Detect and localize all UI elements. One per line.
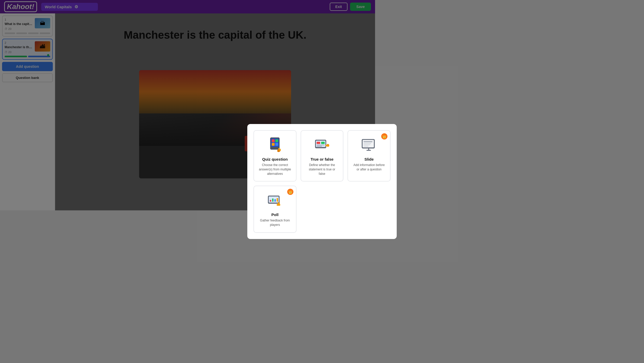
poll-icon	[266, 191, 284, 209]
svg-rect-29	[270, 200, 271, 202]
truefalse-card-desc: Define whether the statement is true or …	[305, 163, 339, 176]
slide-card-desc: Add information before or after a questi…	[352, 163, 375, 172]
svg-rect-22	[363, 143, 371, 144]
quiz-icon	[266, 136, 284, 154]
modal-card-truefalse[interactable]: True or false Define whether the stateme…	[301, 130, 344, 182]
add-question-modal: Quiz question Choose the correct answer(…	[247, 124, 375, 210]
svg-rect-5	[275, 143, 278, 146]
svg-rect-21	[363, 141, 372, 142]
poll-premium-badge: 👑	[287, 189, 293, 195]
quiz-card-desc: Choose the correct answer(s) from multip…	[258, 163, 292, 176]
modal-card-quiz[interactable]: Quiz question Choose the correct answer(…	[253, 130, 296, 182]
modal-card-slide[interactable]: 👑 Slide Add information before or	[348, 130, 375, 182]
slide-card-title: Slide	[365, 157, 374, 161]
modal-card-poll[interactable]: 👑 Poll Gather feedback	[253, 186, 296, 210]
truefalse-icon	[313, 136, 331, 154]
svg-rect-3	[275, 139, 278, 142]
svg-rect-2	[272, 139, 275, 142]
modal-overlay[interactable]: Quiz question Choose the correct answer(…	[0, 0, 375, 210]
svg-rect-11	[317, 142, 320, 144]
svg-rect-23	[363, 144, 370, 145]
svg-rect-13	[317, 145, 325, 145]
svg-rect-30	[272, 199, 274, 202]
svg-rect-31	[275, 199, 276, 202]
svg-rect-24	[363, 146, 368, 147]
slide-icon	[360, 136, 375, 154]
svg-rect-12	[321, 142, 325, 144]
svg-rect-4	[272, 143, 275, 146]
svg-rect-14	[317, 146, 322, 147]
svg-rect-25	[368, 148, 369, 150]
quiz-card-title: Quiz question	[262, 157, 288, 161]
truefalse-card-title: True or false	[310, 157, 333, 161]
svg-rect-34	[278, 202, 279, 205]
svg-rect-35	[279, 203, 280, 205]
svg-rect-18	[325, 145, 328, 146]
svg-rect-32	[277, 198, 278, 202]
svg-rect-26	[366, 150, 371, 151]
